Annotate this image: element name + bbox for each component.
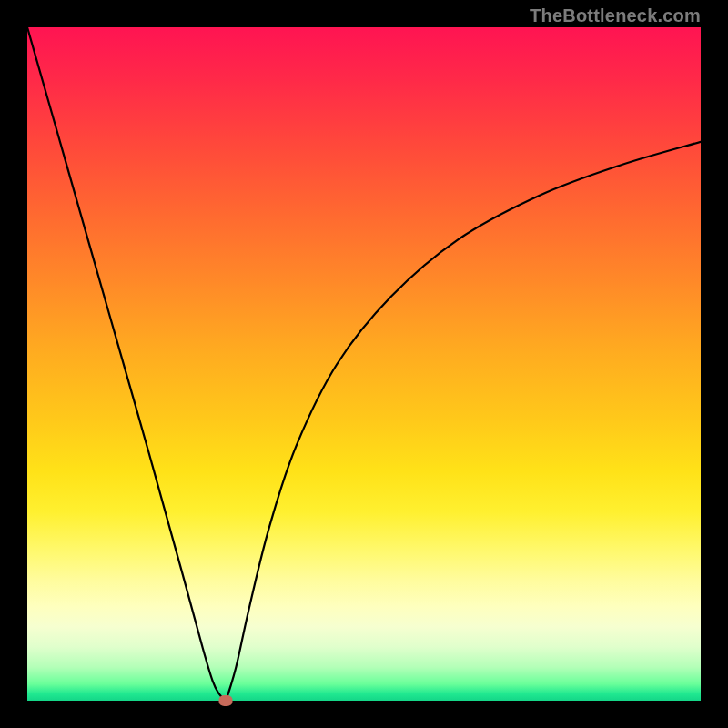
left-branch-path <box>27 27 226 701</box>
plot-area <box>27 27 701 701</box>
chart-frame: TheBottleneck.com <box>0 0 728 728</box>
watermark-label: TheBottleneck.com <box>530 5 701 26</box>
curve-layer <box>27 27 701 701</box>
right-branch-path <box>226 142 701 701</box>
minimum-marker <box>219 695 233 706</box>
